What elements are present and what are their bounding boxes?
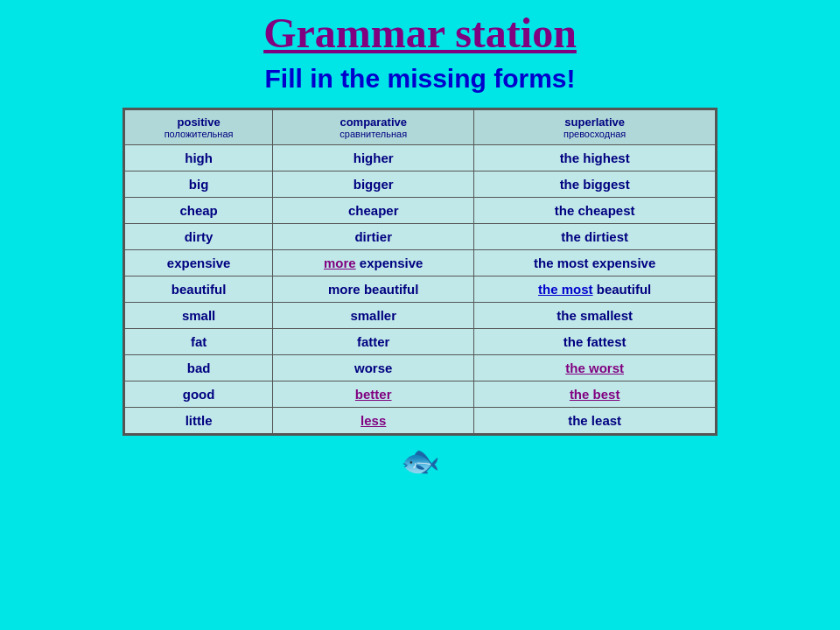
cell-comparative: cheaper — [273, 198, 474, 224]
cell-positive: small — [125, 303, 273, 329]
cell-superlative: the least — [474, 408, 716, 434]
cell-superlative: the dirtiest — [474, 224, 716, 250]
cell-superlative: the most expensive — [474, 250, 716, 276]
table-row: goodbetterthe best — [125, 382, 716, 408]
cell-positive: little — [125, 408, 273, 434]
cell-comparative: more expensive — [273, 250, 474, 276]
table-row: fatfatterthe fattest — [125, 329, 716, 355]
cell-positive: expensive — [125, 250, 273, 276]
cell-positive: bad — [125, 355, 273, 382]
cell-comparative: higher — [273, 145, 474, 172]
cell-comparative: better — [273, 382, 474, 408]
cell-superlative: the most beautiful — [474, 276, 716, 303]
page-subtitle: Fill in the missing forms! — [264, 64, 575, 94]
cell-superlative: the best — [474, 382, 716, 408]
table-row: beautifulmore beautifulthe most beautifu… — [125, 276, 716, 303]
cell-comparative: fatter — [273, 329, 474, 355]
table-row: expensivemore expensivethe most expensiv… — [125, 250, 716, 276]
table-row: badworsethe worst — [125, 355, 716, 382]
cell-positive: high — [125, 145, 273, 172]
cell-superlative: the smallest — [474, 303, 716, 329]
cell-positive: fat — [125, 329, 273, 355]
table-row: smallsmallerthe smallest — [125, 303, 716, 329]
cell-comparative: less — [273, 408, 474, 434]
table-row: bigbiggerthe biggest — [125, 172, 716, 198]
cell-positive: beautiful — [125, 276, 273, 303]
fish-decoration: 🐟 — [401, 443, 440, 480]
header-superlative: superlative превосходная — [474, 110, 716, 145]
cell-comparative: smaller — [273, 303, 474, 329]
cell-superlative: the highest — [474, 145, 716, 172]
table-row: cheapcheaperthe cheapest — [125, 198, 716, 224]
grammar-table-container: positive положительная comparative сравн… — [122, 108, 718, 436]
cell-superlative: the cheapest — [474, 198, 716, 224]
grammar-table: positive положительная comparative сравн… — [124, 109, 716, 434]
table-row: highhigherthe highest — [125, 145, 716, 172]
cell-comparative: more beautiful — [273, 276, 474, 303]
table-row: dirtydirtierthe dirtiest — [125, 224, 716, 250]
header-positive: positive положительная — [125, 110, 273, 145]
page-title: Grammar station — [263, 9, 577, 57]
cell-superlative: the fattest — [474, 329, 716, 355]
cell-positive: cheap — [125, 198, 273, 224]
cell-comparative: bigger — [273, 172, 474, 198]
cell-positive: big — [125, 172, 273, 198]
cell-comparative: dirtier — [273, 224, 474, 250]
cell-comparative: worse — [273, 355, 474, 382]
cell-superlative: the worst — [474, 355, 716, 382]
header-comparative: comparative сравнительная — [273, 110, 474, 145]
cell-superlative: the biggest — [474, 172, 716, 198]
cell-positive: good — [125, 382, 273, 408]
table-row: littlelessthe least — [125, 408, 716, 434]
cell-positive: dirty — [125, 224, 273, 250]
